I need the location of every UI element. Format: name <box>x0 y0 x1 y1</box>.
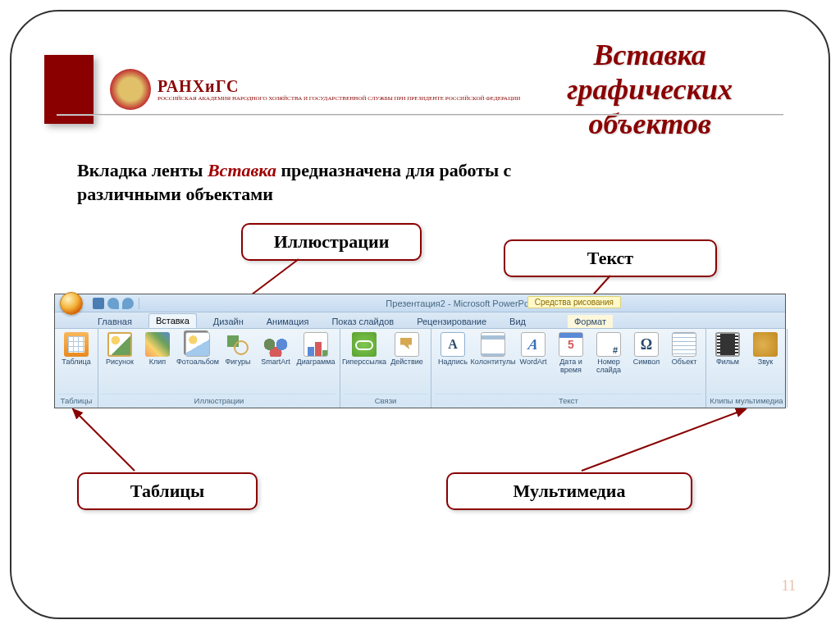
btn-datetime[interactable]: Дата и время <box>553 330 589 376</box>
lbl: Дата и время <box>554 358 588 375</box>
btn-object[interactable]: Объект <box>666 330 702 368</box>
tab-review[interactable]: Рецензирование <box>410 315 493 328</box>
object-icon <box>672 332 696 357</box>
btn-headerfooter[interactable]: Колонтитулы <box>472 330 514 368</box>
lbl: Номер слайда <box>591 358 626 375</box>
lbl: Фотоальбом <box>176 358 219 367</box>
group-illustrations: Рисунок Клип Фотоальбом Фигуры SmartArt … <box>98 329 340 408</box>
office-button-icon[interactable] <box>60 292 83 315</box>
picture-icon <box>107 332 132 357</box>
lbl: Рисунок <box>106 358 134 367</box>
symbol-icon <box>634 332 659 357</box>
quick-access-toolbar <box>88 298 139 309</box>
body-highlight: Вставка <box>208 160 276 180</box>
lbl: Диаграмма <box>297 358 336 367</box>
album-icon <box>185 332 210 357</box>
lbl: WordArt <box>520 358 547 367</box>
tab-design[interactable]: Дизайн <box>207 315 250 328</box>
sound-icon <box>753 332 778 357</box>
btn-smartart[interactable]: SmartArt <box>258 330 294 368</box>
window-title: Презентация2 - Microsoft PowerPoint <box>139 299 785 308</box>
btn-textbox[interactable]: Надпись <box>435 330 471 368</box>
lbl: Клип <box>149 358 166 367</box>
svg-line-3 <box>582 409 746 471</box>
clip-icon <box>145 332 170 357</box>
group-media-label: Клипы мультимедиа <box>710 394 783 408</box>
btn-action[interactable]: Действие <box>386 330 427 368</box>
btn-album[interactable]: Фотоальбом <box>177 330 218 368</box>
btn-picture[interactable]: Рисунок <box>102 330 138 368</box>
lbl: SmartArt <box>261 358 290 367</box>
group-tables: Таблица Таблицы <box>55 329 98 408</box>
lbl: Звук <box>758 358 773 367</box>
group-tables-label: Таблицы <box>58 394 94 408</box>
smartart-icon <box>263 332 288 357</box>
textbox-icon <box>441 332 465 357</box>
btn-symbol[interactable]: Символ <box>628 330 664 368</box>
btn-slidenum[interactable]: Номер слайда <box>591 330 627 376</box>
group-text: Надпись Колонтитулы WordArt Дата и время… <box>431 329 706 408</box>
shapes-icon <box>226 332 250 357</box>
slidenum-icon <box>596 332 621 357</box>
table-icon <box>64 332 89 357</box>
chart-icon <box>304 332 328 357</box>
lbl: Надпись <box>438 358 468 367</box>
lbl: Символ <box>633 358 660 367</box>
group-illustrations-label: Иллюстрации <box>102 394 336 408</box>
arrow-multimedia <box>578 405 758 479</box>
btn-table-label: Таблица <box>62 358 90 367</box>
tab-insert[interactable]: Вставка <box>148 313 197 328</box>
btn-clip[interactable]: Клип <box>139 330 176 368</box>
btn-chart[interactable]: Диаграмма <box>295 330 336 368</box>
body-part1: Вкладка ленты <box>77 160 208 180</box>
redo-icon[interactable] <box>122 298 134 309</box>
group-links-label: Связи <box>344 394 427 408</box>
tab-slideshow[interactable]: Показ слайдов <box>325 315 400 328</box>
callout-illustrations: Иллюстрации <box>241 223 422 261</box>
slide-frame: РАНХиГС РОССИЙСКАЯ АКАДЕМИЯ НАРОДНОГО ХО… <box>10 10 830 619</box>
logo-text: РАНХиГС РОССИЙСКАЯ АКАДЕМИЯ НАРОДНОГО ХО… <box>158 77 520 103</box>
callout-tables: Таблицы <box>77 472 258 510</box>
tab-view[interactable]: Вид <box>503 315 532 328</box>
callout-text: Текст <box>504 239 717 277</box>
lbl: Фильм <box>716 358 739 367</box>
datetime-icon <box>559 332 583 357</box>
logo-subtitle: РОССИЙСКАЯ АКАДЕМИЯ НАРОДНОГО ХОЗЯЙСТВА … <box>158 96 520 103</box>
tab-home[interactable]: Главная <box>91 315 139 328</box>
logo-emblem-icon <box>110 69 151 110</box>
titlebar: Презентация2 - Microsoft PowerPoint Сред… <box>55 294 785 312</box>
btn-table[interactable]: Таблица <box>58 330 94 368</box>
btn-sound[interactable]: Звук <box>747 330 783 368</box>
save-icon[interactable] <box>93 298 104 309</box>
arrow-tables <box>61 405 159 479</box>
lbl: Действие <box>390 358 423 367</box>
title-underline <box>57 114 783 116</box>
callout-multimedia: Мультимедиа <box>446 472 692 510</box>
tab-format[interactable]: Формат <box>568 315 613 328</box>
body-text: Вкладка ленты Вставка предназначена для … <box>77 159 536 206</box>
movie-icon <box>715 332 740 357</box>
group-media: Фильм Звук Клипы мультимедиа <box>706 329 788 408</box>
wordart-icon <box>521 332 546 357</box>
lbl: Объект <box>672 358 697 367</box>
btn-hyperlink[interactable]: Гиперссылка <box>344 330 385 368</box>
svg-line-2 <box>73 409 135 471</box>
btn-shapes[interactable]: Фигуры <box>220 330 256 368</box>
undo-icon[interactable] <box>107 298 119 309</box>
hyperlink-icon <box>352 332 377 357</box>
btn-movie[interactable]: Фильм <box>710 330 746 368</box>
ribbon-screenshot: Презентация2 - Microsoft PowerPoint Сред… <box>54 294 786 408</box>
action-icon <box>395 332 419 357</box>
group-links: Гиперссылка Действие Связи <box>340 329 431 408</box>
header: РАНХиГС РОССИЙСКАЯ АКАДЕМИЯ НАРОДНОГО ХО… <box>44 38 796 141</box>
ribbon-content: Таблица Таблицы Рисунок Клип Фотоальбом … <box>55 329 785 408</box>
tab-animations[interactable]: Анимация <box>260 315 316 328</box>
lbl: Гиперссылка <box>342 358 386 367</box>
page-number: 11 <box>782 577 796 595</box>
btn-wordart[interactable]: WordArt <box>515 330 551 368</box>
group-text-label: Текст <box>435 394 702 408</box>
headerfooter-icon <box>481 332 505 357</box>
ribbon-tabs: Главная Вставка Дизайн Анимация Показ сл… <box>55 312 785 329</box>
lbl: Колонтитулы <box>471 358 516 367</box>
page-title: Вставка графических объектов <box>536 38 796 141</box>
